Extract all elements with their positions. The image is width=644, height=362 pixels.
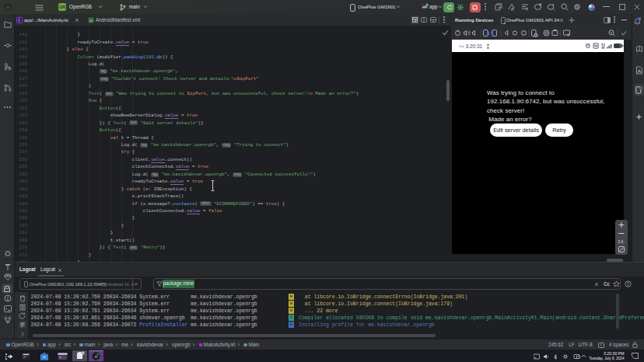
svg-text:A: A xyxy=(512,7,515,12)
svg-text:1:1: 1:1 xyxy=(618,240,624,244)
svg-text:?: ? xyxy=(552,4,555,8)
